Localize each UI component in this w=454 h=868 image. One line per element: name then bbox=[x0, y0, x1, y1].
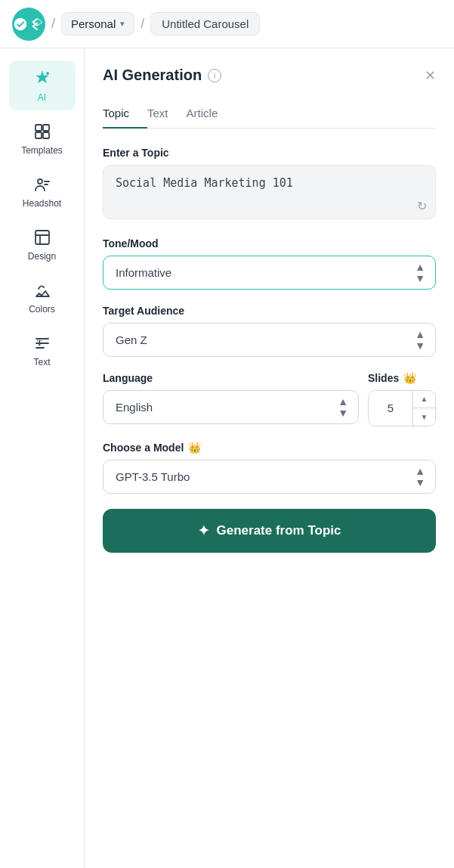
close-icon[interactable]: ✕ bbox=[425, 69, 436, 82]
audience-select[interactable]: Gen Z Millennials Gen X Baby Boomers Eve… bbox=[103, 323, 436, 357]
sidebar-templates-label: Templates bbox=[21, 145, 63, 156]
headshot-icon bbox=[32, 174, 53, 195]
model-label: Choose a Model bbox=[103, 442, 184, 454]
slides-arrows: ▲ ▼ bbox=[412, 391, 435, 426]
tab-text[interactable]: Text bbox=[147, 99, 187, 129]
tone-select[interactable]: Informative Professional Casual Funny In… bbox=[103, 256, 436, 290]
logo[interactable] bbox=[12, 8, 45, 41]
slides-premium-crown-icon: 👑 bbox=[403, 372, 416, 384]
workspace-chevron-icon: ▾ bbox=[120, 19, 125, 29]
audience-label: Target Audience bbox=[103, 305, 436, 317]
main-layout: AI Templates H bbox=[0, 48, 454, 868]
ai-icon bbox=[32, 68, 53, 89]
svg-rect-3 bbox=[36, 132, 42, 138]
content-panel: AI Generation i ✕ Topic Text Article Ent… bbox=[85, 48, 454, 868]
sidebar-item-text[interactable]: T Text bbox=[9, 325, 76, 375]
topbar: / Personal ▾ / Untitled Carousel bbox=[0, 0, 454, 48]
tab-article[interactable]: Article bbox=[187, 99, 236, 129]
slides-increment-button[interactable]: ▲ bbox=[413, 391, 435, 408]
sidebar-headshot-label: Headshot bbox=[23, 198, 61, 209]
tone-label: Tone/Mood bbox=[103, 237, 436, 250]
templates-icon bbox=[32, 121, 53, 142]
panel-title-row: AI Generation i bbox=[103, 67, 221, 84]
sidebar-colors-label: Colors bbox=[29, 304, 55, 315]
topic-input-wrap: ↻ bbox=[103, 165, 436, 222]
language-select[interactable]: English Spanish French German bbox=[103, 390, 359, 424]
model-select[interactable]: GPT-3.5 Turbo GPT-4 Claude bbox=[103, 460, 436, 494]
separator-2: / bbox=[141, 16, 144, 32]
svg-rect-4 bbox=[43, 132, 49, 138]
slides-column: Slides 👑 5 ▲ ▼ bbox=[368, 372, 436, 426]
generate-button[interactable]: ✦ Generate from Topic bbox=[103, 509, 436, 553]
topic-input[interactable] bbox=[103, 165, 436, 219]
slides-label: Slides bbox=[368, 372, 399, 384]
colors-icon bbox=[32, 280, 53, 301]
svg-point-5 bbox=[38, 179, 42, 184]
topic-label: Enter a Topic bbox=[103, 147, 436, 159]
model-select-wrap: GPT-3.5 Turbo GPT-4 Claude ▲▼ bbox=[103, 460, 436, 494]
svg-rect-8 bbox=[36, 231, 49, 244]
text-icon: T bbox=[32, 333, 53, 354]
model-premium-crown-icon: 👑 bbox=[188, 442, 201, 454]
sidebar-text-label: Text bbox=[33, 357, 50, 367]
refresh-icon[interactable]: ↻ bbox=[417, 199, 427, 213]
panel-title: AI Generation bbox=[103, 67, 202, 84]
slides-input-wrap: 5 ▲ ▼ bbox=[368, 390, 436, 426]
model-section: Choose a Model 👑 GPT-3.5 Turbo GPT-4 Cla… bbox=[103, 442, 436, 494]
language-column: Language English Spanish French German ▲… bbox=[103, 372, 359, 424]
tab-topic[interactable]: Topic bbox=[103, 99, 147, 129]
slides-label-row: Slides 👑 bbox=[368, 372, 436, 384]
project-title[interactable]: Untitled Carousel bbox=[150, 12, 260, 36]
svg-point-0 bbox=[46, 72, 49, 75]
sidebar: AI Templates H bbox=[0, 48, 85, 868]
design-icon bbox=[32, 227, 53, 248]
language-select-wrap: English Spanish French German ▲▼ bbox=[103, 390, 359, 424]
slides-value: 5 bbox=[369, 391, 412, 426]
lang-slides-row: Language English Spanish French German ▲… bbox=[103, 372, 436, 426]
audience-select-wrap: Gen Z Millennials Gen X Baby Boomers Eve… bbox=[103, 323, 436, 357]
sidebar-item-templates[interactable]: Templates bbox=[9, 113, 76, 163]
sidebar-item-colors[interactable]: Colors bbox=[9, 272, 76, 322]
workspace-label: Personal bbox=[71, 17, 116, 30]
workspace-selector[interactable]: Personal ▾ bbox=[61, 12, 134, 36]
sidebar-ai-label: AI bbox=[38, 92, 46, 103]
svg-rect-2 bbox=[43, 125, 49, 131]
separator-1: / bbox=[51, 16, 55, 32]
brand-logo-icon bbox=[29, 15, 45, 33]
tabs: Topic Text Article bbox=[103, 99, 436, 129]
svg-text:T: T bbox=[37, 339, 42, 347]
generate-button-label: Generate from Topic bbox=[217, 523, 341, 538]
model-label-row: Choose a Model 👑 bbox=[103, 442, 436, 454]
language-label: Language bbox=[103, 372, 359, 384]
sidebar-item-headshot[interactable]: Headshot bbox=[9, 166, 76, 216]
svg-rect-1 bbox=[36, 125, 42, 131]
sparkle-icon: ✦ bbox=[198, 522, 209, 539]
sidebar-item-ai[interactable]: AI bbox=[9, 60, 76, 110]
logo-icon bbox=[12, 15, 29, 33]
info-icon[interactable]: i bbox=[208, 69, 221, 82]
panel-header: AI Generation i ✕ bbox=[103, 67, 436, 84]
tone-select-wrap: Informative Professional Casual Funny In… bbox=[103, 256, 436, 290]
sidebar-item-design[interactable]: Design bbox=[9, 219, 76, 269]
slides-decrement-button[interactable]: ▼ bbox=[413, 408, 435, 426]
sidebar-design-label: Design bbox=[28, 251, 56, 262]
